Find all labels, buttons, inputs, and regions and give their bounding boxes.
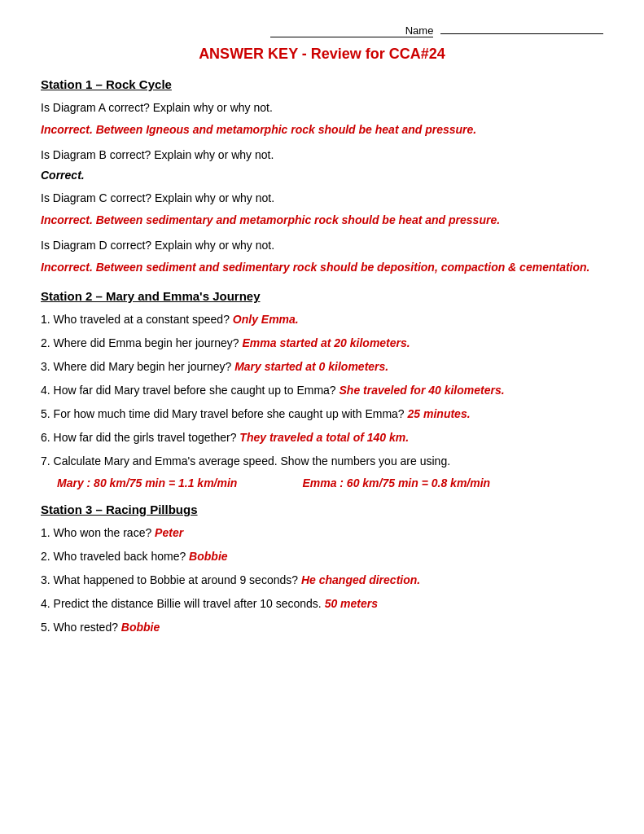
station2-item5-num: 5. [41, 407, 54, 420]
station2-item1-num: 1. [41, 313, 54, 326]
speed-emma: Emma : 60 km/75 min = 0.8 km/min [302, 476, 490, 489]
station2-item1-q: Who traveled at a constant speed? [54, 313, 233, 326]
station2-item6-num: 6. [41, 431, 54, 444]
station2-item2-num: 2. [41, 336, 54, 349]
station3-item2-q: Who traveled back home? [54, 550, 190, 563]
station2-item6-q: How far did the girls travel together? [54, 431, 240, 444]
station1-a3: Incorrect. Between sedimentary and metam… [41, 212, 603, 229]
station1-q1: Is Diagram A correct? Explain why or why… [41, 99, 603, 116]
station1-q3: Is Diagram C correct? Explain why or why… [41, 190, 603, 207]
station2-item-2: 2. Where did Emma begin her journey? Emm… [41, 335, 603, 352]
main-title: ANSWER KEY - Review for CCA#24 [41, 46, 603, 63]
station3-item4-q: Predict the distance Billie will travel … [54, 597, 325, 610]
station3-item5-q: Who rested? [54, 621, 121, 634]
station2-item2-q: Where did Emma begin her journey? [54, 336, 243, 349]
station3-item5-a: Bobbie [121, 621, 160, 634]
station3-item-1: 1. Who won the race? Peter [41, 525, 603, 542]
station3-item-4: 4. Predict the distance Billie will trav… [41, 595, 603, 612]
station2-item4-a: She traveled for 40 kilometers. [340, 384, 505, 397]
station3-item4-num: 4. [41, 597, 54, 610]
station3-item3-num: 3. [41, 573, 54, 586]
station3-item-5: 5. Who rested? Bobbie [41, 619, 603, 636]
station3-item1-q: Who won the race? [54, 526, 156, 539]
station2-item3-q: Where did Mary begin her journey? [54, 360, 235, 373]
station2-item-4: 4. How far did Mary travel before she ca… [41, 382, 603, 399]
station1-a1: Incorrect. Between Igneous and metamorph… [41, 121, 603, 138]
station3-item3-q: What happened to Bobbie at around 9 seco… [54, 573, 301, 586]
station2-item4-q: How far did Mary travel before she caugh… [54, 384, 340, 397]
station2-item6-a: They traveled a total of 140 km. [239, 431, 409, 444]
station1-title: Station 1 – Rock Cycle [41, 77, 603, 91]
station2-item5-q: For how much time did Mary travel before… [54, 407, 408, 420]
station2-item1-a: Only Emma. [233, 313, 299, 326]
station2-item-3: 3. Where did Mary begin her journey? Mar… [41, 358, 603, 375]
station3-item3-a: He changed direction. [301, 573, 420, 586]
name-label: Name [270, 24, 433, 37]
name-field: Name [41, 24, 603, 37]
station3-title: Station 3 – Racing Pillbugs [41, 503, 603, 516]
station3-item2-a: Bobbie [189, 550, 227, 563]
station2-item-5: 5. For how much time did Mary travel bef… [41, 406, 603, 423]
station2-item-6: 6. How far did the girls travel together… [41, 429, 603, 446]
station1-a4: Incorrect. Between sediment and sediment… [41, 259, 603, 276]
speed-row: Mary : 80 km/75 min = 1.1 km/min Emma : … [41, 476, 603, 489]
station1-q2: Is Diagram B correct? Explain why or why… [41, 147, 603, 164]
station2-item3-num: 3. [41, 360, 54, 373]
station2-item7-num: 7. [41, 454, 54, 467]
speed-mary: Mary : 80 km/75 min = 1.1 km/min [57, 476, 237, 489]
station3-item5-num: 5. [41, 621, 54, 634]
station2-item4-num: 4. [41, 384, 54, 397]
name-underline [440, 33, 603, 34]
station2-item2-a: Emma started at 20 kilometers. [242, 336, 410, 349]
station1-q4: Is Diagram D correct? Explain why or why… [41, 237, 603, 254]
station1-a2: Correct. [41, 169, 603, 182]
station2-item7-q: Calculate Mary and Emma's average speed.… [54, 454, 450, 467]
station3-item-2: 2. Who traveled back home? Bobbie [41, 548, 603, 565]
station3-item2-num: 2. [41, 550, 54, 563]
station2-item5-a: 25 minutes. [408, 407, 471, 420]
station2-item-1: 1. Who traveled at a constant speed? Onl… [41, 311, 603, 328]
station3-item1-num: 1. [41, 526, 54, 539]
station3-item1-a: Peter [155, 526, 183, 539]
station2-item-7: 7. Calculate Mary and Emma's average spe… [41, 453, 603, 470]
station3-item-3: 3. What happened to Bobbie at around 9 s… [41, 572, 603, 589]
station2-title: Station 2 – Mary and Emma's Journey [41, 289, 603, 303]
station3-item4-a: 50 meters [325, 597, 378, 610]
station2-item3-a: Mary started at 0 kilometers. [234, 360, 388, 373]
